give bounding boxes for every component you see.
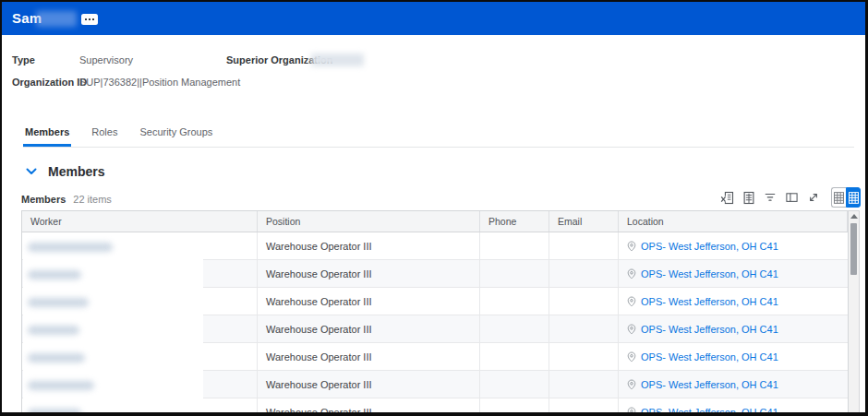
freeze-columns-icon[interactable]: [785, 191, 799, 204]
location-cell: OPS- West Jefferson, OH C41: [619, 398, 848, 412]
location-cell: OPS- West Jefferson, OH C41: [619, 232, 848, 259]
ellipsis-icon: [85, 18, 87, 20]
org-id-label: Organization ID: [12, 75, 87, 89]
related-actions-button[interactable]: [81, 14, 98, 25]
table-scrollbar[interactable]: [848, 211, 859, 412]
phone-cell: [480, 371, 549, 398]
section-collapse-button[interactable]: [26, 168, 37, 175]
redacted-worker-name: [28, 353, 85, 363]
phone-cell: [480, 343, 549, 370]
page-header: Sam: [2, 2, 865, 35]
grid-view-compact-icon[interactable]: [831, 187, 846, 208]
chevron-down-icon: [26, 168, 37, 175]
position-cell: Warehouse Operator III: [258, 371, 480, 398]
location-link[interactable]: OPS- West Jefferson, OH C41: [641, 351, 778, 363]
type-label: Type: [12, 53, 35, 67]
location-cell: OPS- West Jefferson, OH C41: [619, 288, 848, 315]
column-header-location[interactable]: Location: [619, 211, 848, 232]
position-cell: Warehouse Operator III: [258, 260, 480, 287]
tab-roles[interactable]: Roles: [90, 126, 119, 147]
position-cell: Warehouse Operator III: [258, 398, 480, 412]
view-printable-icon[interactable]: [742, 191, 755, 205]
email-cell: [549, 260, 619, 287]
column-header-email[interactable]: Email: [549, 211, 619, 232]
location-link[interactable]: OPS- West Jefferson, OH C41: [641, 268, 778, 279]
table-header-row: Worker Position Phone Email Location: [22, 211, 859, 232]
grid-toolbar: [720, 186, 861, 208]
location-pin-icon: [627, 379, 636, 390]
location-pin-icon: [627, 241, 636, 252]
redacted-worker-name: [28, 326, 79, 335]
grid-view-toggle: [831, 187, 861, 208]
location-pin-icon: [627, 324, 636, 335]
location-link[interactable]: OPS- West Jefferson, OH C41: [641, 379, 778, 390]
location-link[interactable]: OPS- West Jefferson, OH C41: [641, 324, 778, 335]
location-link[interactable]: OPS- West Jefferson, OH C41: [641, 407, 778, 413]
filter-icon[interactable]: [764, 191, 777, 204]
app-window: Sam Type Supervisory Superior Organizati…: [0, 0, 868, 416]
position-cell: Warehouse Operator III: [258, 343, 480, 370]
worker-column-redaction-overlay: [23, 233, 203, 412]
location-pin-icon: [627, 268, 636, 279]
location-link[interactable]: OPS- West Jefferson, OH C41: [641, 296, 778, 307]
grid-meta: Members22 items: [21, 194, 112, 205]
email-cell: [549, 343, 619, 370]
redacted-worker-name: [28, 381, 94, 390]
column-header-phone[interactable]: Phone: [480, 211, 549, 232]
position-cell: Warehouse Operator III: [258, 288, 480, 315]
tab-members[interactable]: Members: [23, 126, 71, 147]
email-cell: [549, 371, 619, 398]
grid-label: Members: [21, 194, 66, 205]
scrollbar-thumb[interactable]: [850, 223, 857, 275]
location-pin-icon: [627, 407, 636, 413]
location-cell: OPS- West Jefferson, OH C41: [619, 260, 848, 287]
grid-view-expanded-icon[interactable]: [846, 187, 861, 208]
location-cell: OPS- West Jefferson, OH C41: [619, 315, 848, 342]
section-title: Members: [48, 164, 104, 179]
email-cell: [549, 288, 619, 315]
redacted-worker-name: [28, 270, 81, 279]
location-pin-icon: [627, 296, 636, 307]
org-id-value: SUP|736382||Position Management: [79, 75, 240, 89]
email-cell: [549, 232, 619, 259]
summary-row-1: Type Supervisory Superior Organization: [2, 53, 865, 67]
tab-security-groups[interactable]: Security Groups: [138, 126, 214, 147]
position-cell: Warehouse Operator III: [258, 232, 480, 259]
scrollbar-up-arrow-icon[interactable]: [850, 214, 858, 219]
email-cell: [549, 398, 619, 412]
position-cell: Warehouse Operator III: [258, 315, 480, 342]
superior-org-value-redacted: [311, 53, 364, 66]
summary-row-2: Organization ID SUP|736382||Position Man…: [2, 75, 865, 89]
redacted-worker-name: [28, 409, 81, 412]
location-link[interactable]: OPS- West Jefferson, OH C41: [641, 241, 778, 252]
column-header-position[interactable]: Position: [258, 211, 480, 232]
tab-bar: Members Roles Security Groups: [23, 120, 854, 148]
column-header-worker[interactable]: Worker: [22, 211, 258, 232]
type-value: Supervisory: [79, 53, 133, 67]
phone-cell: [480, 232, 549, 259]
location-cell: OPS- West Jefferson, OH C41: [619, 371, 848, 398]
expand-table-icon[interactable]: [807, 191, 820, 204]
export-to-excel-icon[interactable]: [720, 191, 734, 205]
redacted-org-name: [36, 11, 77, 27]
phone-cell: [480, 398, 549, 412]
phone-cell: [480, 288, 549, 315]
members-table: Worker Position Phone Email Location War…: [21, 210, 860, 412]
grid-item-count: 22 items: [73, 194, 112, 205]
location-pin-icon: [627, 351, 636, 363]
phone-cell: [480, 315, 549, 342]
phone-cell: [480, 260, 549, 287]
redacted-worker-name: [28, 298, 89, 307]
email-cell: [549, 315, 619, 342]
redacted-worker-name: [28, 243, 113, 252]
location-cell: OPS- West Jefferson, OH C41: [619, 343, 848, 370]
members-section-header: Members: [26, 164, 104, 179]
